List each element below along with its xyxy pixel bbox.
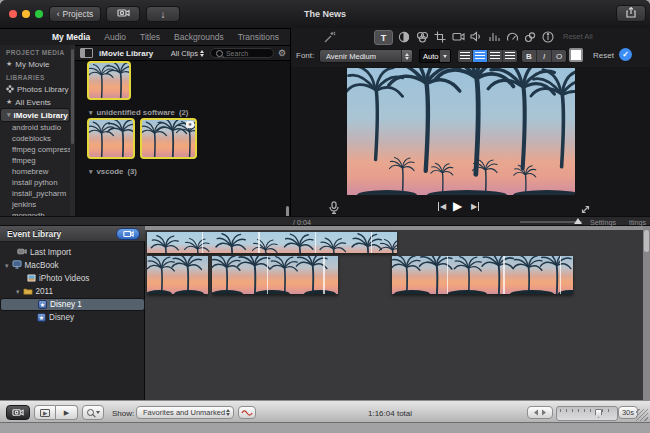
reset-button[interactable]: Reset [593,51,614,60]
font-size-select[interactable]: Auto [419,49,451,63]
clip-filter-select[interactable]: All Clips [171,49,204,58]
tab-audio[interactable]: Audio [104,32,126,42]
tab-transitions[interactable]: Transitions [238,32,279,42]
event-row-2011[interactable]: ▾ 2011 [0,285,145,298]
event-library-title: Event Library [7,229,61,239]
enhance-wand-icon[interactable] [321,30,337,43]
event-row-last-import[interactable]: Last Import [0,246,145,259]
volume-icon[interactable] [468,30,484,43]
search-input[interactable] [226,50,266,57]
sidebar-item-all-events[interactable]: ★ All Events [0,96,70,108]
frames-per-thumbnail-slider[interactable] [556,406,618,421]
disclosure-icon[interactable]: ▾ [16,288,20,296]
clip-thumbnail[interactable] [87,61,131,100]
library-event-item[interactable]: codeblocks [0,133,70,144]
search-field[interactable] [210,48,274,58]
color-correction-icon[interactable] [414,30,430,43]
disclosure-icon[interactable]: ▾ [5,262,9,270]
browser-section-header[interactable]: ▾ vscode (3) [89,167,137,176]
speed-gauge-icon[interactable] [504,30,520,43]
crop-icon[interactable] [432,30,448,43]
library-event-item[interactable]: install python [0,177,70,188]
filmstrip-clip[interactable] [147,256,208,294]
clip-size-button[interactable] [527,406,553,419]
browser-title: iMovie Library [99,49,153,58]
align-right-button[interactable] [488,50,503,62]
library-event-item[interactable]: jenkins [0,199,70,210]
play-icon: ▶ [453,199,462,213]
align-justify-button[interactable] [503,50,517,62]
next-frame-button[interactable]: ▶ [471,202,479,211]
sidebar-toggle-icon[interactable] [80,48,93,58]
event-row-macbook[interactable]: ▾ MacBook [0,259,145,272]
browser-settings-gear-icon[interactable]: ⚙ [278,48,286,58]
filmstrip-clip[interactable] [212,256,338,294]
project-media-header: PROJECT MEDIA [0,45,70,58]
stabilization-camera-icon[interactable] [450,30,466,43]
tab-my-media[interactable]: My Media [52,32,90,42]
import-camera-button[interactable] [6,405,30,420]
window-resize-grip[interactable] [636,409,648,421]
alignment-group [457,49,518,63]
titles-adjust-button[interactable]: T [374,30,393,45]
clip-info-icon[interactable] [540,30,556,43]
disclosure-icon[interactable]: ▾ [89,168,93,176]
event-row-iphoto-videos[interactable]: iPhoto Videos [0,272,145,285]
tab-titles[interactable]: Titles [140,32,160,42]
scrollbar-thumb[interactable] [644,230,649,252]
slider-thumb[interactable] [595,409,602,418]
library-event-item[interactable]: ffmpeg [0,155,70,166]
sidebar-item-imovie-library[interactable]: ▾ iMovie Library [0,108,70,122]
play-button[interactable]: ▶ [453,199,462,213]
event-browser [145,226,650,400]
filmstrip-clip[interactable] [147,232,397,253]
disclosure-icon[interactable]: ▾ [7,111,11,119]
apply-check-button[interactable]: ✓ [619,48,632,61]
clip-thumbnail[interactable] [87,118,135,159]
previous-frame-button[interactable]: ◀ [438,202,446,211]
library-event-item[interactable]: ffmpeg compress [0,144,70,155]
camera-import-button[interactable] [116,228,140,240]
reset-all-button[interactable]: Reset All [563,32,593,41]
italic-button[interactable]: I [537,50,552,62]
zoom-duration-value: 30s [618,406,638,419]
align-center-button[interactable] [473,50,488,62]
color-balance-icon[interactable] [396,30,412,43]
library-event-item[interactable]: homebrew [0,166,70,177]
outline-button[interactable]: O [552,50,566,62]
library-event-item[interactable]: install_pycharm [0,188,70,199]
tab-backgrounds[interactable]: Backgrounds [174,32,224,42]
slider-thumb[interactable] [574,218,582,224]
video-preview[interactable] [347,68,575,195]
font-family-select[interactable]: Avenir Medium [319,49,413,63]
share-button[interactable] [616,5,646,22]
total-duration-label: 1:16:04 total [368,409,412,418]
disclosure-icon[interactable]: ▾ [89,109,93,117]
event-library-header: Event Library [0,226,145,242]
skim-zoom-button[interactable] [82,405,104,420]
text-color-swatch[interactable] [569,48,583,62]
event-star-icon: ★ [38,300,47,309]
event-row-disney[interactable]: ★ Disney [0,311,145,324]
scrollbar-thumb[interactable] [71,49,74,144]
event-row-label: Disney 1 [50,300,82,309]
thumbnail-size-slider[interactable] [520,221,582,223]
event-row-disney-1[interactable]: ★ Disney 1 [0,298,145,311]
filmstrip-clip[interactable] [392,256,573,294]
desktop: ‹ Projects ↓ The News My Media Audio Tit… [0,0,650,433]
browser-section-header[interactable]: ▾ unidentified software (2) [89,108,188,117]
library-event-item[interactable]: android studio [0,122,70,133]
section-name: unidentified software [97,108,175,117]
show-filter-select[interactable]: Favorites and Unmarked [136,406,234,419]
audio-waveform-button[interactable] [238,406,256,419]
sidebar-item-my-movie[interactable]: ★ My Movie [0,58,70,70]
effects-icon[interactable] [522,30,538,43]
bold-button[interactable]: B [522,50,537,62]
play-fullscreen-button[interactable]: ▶ [34,405,56,420]
noise-equalizer-icon[interactable] [486,30,502,43]
clip-thumbnail[interactable]: ★ [140,118,197,159]
play-event-button[interactable]: ▶ [56,405,78,420]
align-left-button[interactable] [458,50,473,62]
sidebar-item-photos-library[interactable]: Photos Library [0,83,70,96]
timeline-scrollbar[interactable] [643,226,650,400]
